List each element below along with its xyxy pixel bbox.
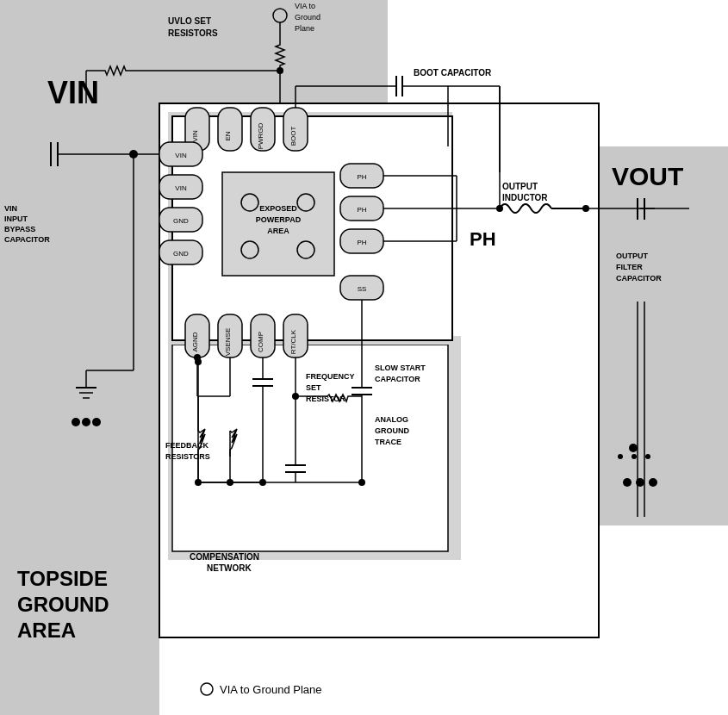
svg-point-80 bbox=[645, 454, 650, 459]
svg-text:GROUND: GROUND bbox=[17, 593, 109, 616]
svg-text:VIN: VIN bbox=[191, 130, 199, 142]
svg-rect-17 bbox=[218, 108, 242, 151]
svg-text:GND: GND bbox=[173, 250, 189, 258]
svg-text:VIA to Ground Plane: VIA to Ground Plane bbox=[220, 683, 322, 696]
svg-text:UVLO SET: UVLO SET bbox=[168, 16, 211, 26]
svg-rect-10 bbox=[222, 172, 334, 276]
svg-text:PH: PH bbox=[357, 239, 366, 246]
svg-text:PH: PH bbox=[357, 206, 366, 214]
svg-text:VIN: VIN bbox=[47, 75, 99, 110]
svg-point-105 bbox=[227, 479, 233, 486]
svg-text:AREA: AREA bbox=[267, 227, 289, 235]
svg-point-107 bbox=[195, 479, 202, 486]
svg-text:SS: SS bbox=[358, 285, 367, 293]
svg-point-71 bbox=[496, 205, 503, 212]
svg-point-55 bbox=[277, 67, 283, 74]
svg-point-127 bbox=[92, 418, 101, 426]
svg-point-125 bbox=[72, 418, 80, 426]
svg-point-81 bbox=[618, 454, 623, 459]
svg-text:RT/CLK: RT/CLK bbox=[289, 329, 297, 354]
svg-text:VIA to: VIA to bbox=[295, 2, 315, 10]
svg-text:INPUT: INPUT bbox=[4, 214, 28, 223]
svg-text:INDUCTOR: INDUCTOR bbox=[502, 193, 548, 202]
svg-text:AREA: AREA bbox=[17, 619, 76, 642]
svg-text:BYPASS: BYPASS bbox=[4, 225, 35, 233]
svg-text:Plane: Plane bbox=[295, 24, 314, 33]
svg-text:POWERPAD: POWERPAD bbox=[256, 215, 302, 224]
svg-text:COMP: COMP bbox=[257, 332, 264, 352]
svg-text:BOOT CAPACITOR: BOOT CAPACITOR bbox=[414, 68, 492, 78]
svg-text:Ground: Ground bbox=[295, 13, 320, 22]
svg-text:SLOW START: SLOW START bbox=[375, 364, 426, 372]
svg-point-133 bbox=[649, 478, 657, 487]
svg-text:VIN: VIN bbox=[175, 152, 187, 159]
svg-text:FILTER: FILTER bbox=[616, 263, 643, 271]
svg-text:VIN: VIN bbox=[4, 204, 17, 213]
svg-text:CAPACITOR: CAPACITOR bbox=[616, 274, 662, 283]
svg-text:VIN: VIN bbox=[175, 184, 187, 192]
svg-point-79 bbox=[629, 444, 638, 452]
svg-point-169 bbox=[201, 683, 213, 695]
svg-text:PH: PH bbox=[470, 228, 496, 250]
svg-rect-4 bbox=[603, 146, 728, 525]
svg-point-82 bbox=[632, 454, 637, 459]
svg-text:GND: GND bbox=[173, 217, 189, 225]
svg-text:CAPACITOR: CAPACITOR bbox=[4, 235, 50, 244]
svg-text:TOPSIDE: TOPSIDE bbox=[17, 567, 108, 590]
svg-text:PH: PH bbox=[357, 173, 366, 181]
svg-text:FREQUENCY: FREQUENCY bbox=[306, 372, 355, 381]
svg-point-92 bbox=[194, 354, 201, 361]
svg-text:BOOT: BOOT bbox=[289, 127, 297, 146]
svg-text:FEEDBACK: FEEDBACK bbox=[165, 441, 209, 450]
svg-text:GROUND: GROUND bbox=[375, 426, 409, 435]
diagram-container: VIN EN PWRGD BOOT VIN VIN GND GND PH bbox=[0, 0, 728, 715]
svg-text:EN: EN bbox=[224, 131, 232, 140]
svg-point-131 bbox=[623, 478, 632, 487]
svg-text:AGND: AGND bbox=[191, 332, 199, 351]
svg-text:SET: SET bbox=[306, 383, 321, 392]
svg-text:ANALOG: ANALOG bbox=[375, 415, 408, 424]
svg-text:NETWORK: NETWORK bbox=[207, 563, 252, 573]
svg-text:RESISTOR: RESISTOR bbox=[306, 395, 345, 403]
svg-text:RESISTORS: RESISTORS bbox=[168, 28, 218, 38]
svg-point-126 bbox=[82, 418, 90, 426]
svg-text:EXPOSED: EXPOSED bbox=[259, 204, 297, 213]
svg-point-73 bbox=[582, 205, 589, 212]
svg-text:VOUT: VOUT bbox=[612, 162, 683, 190]
svg-text:PWRGD: PWRGD bbox=[257, 122, 264, 149]
svg-text:CAPACITOR: CAPACITOR bbox=[375, 375, 420, 383]
svg-point-132 bbox=[636, 478, 644, 487]
svg-text:VSENSE: VSENSE bbox=[224, 328, 232, 356]
svg-text:RESISTORS: RESISTORS bbox=[165, 452, 210, 461]
svg-text:COMPENSATION: COMPENSATION bbox=[190, 552, 259, 562]
svg-text:OUTPUT: OUTPUT bbox=[502, 182, 538, 191]
svg-text:OUTPUT: OUTPUT bbox=[616, 252, 649, 260]
svg-text:TRACE: TRACE bbox=[375, 438, 401, 446]
